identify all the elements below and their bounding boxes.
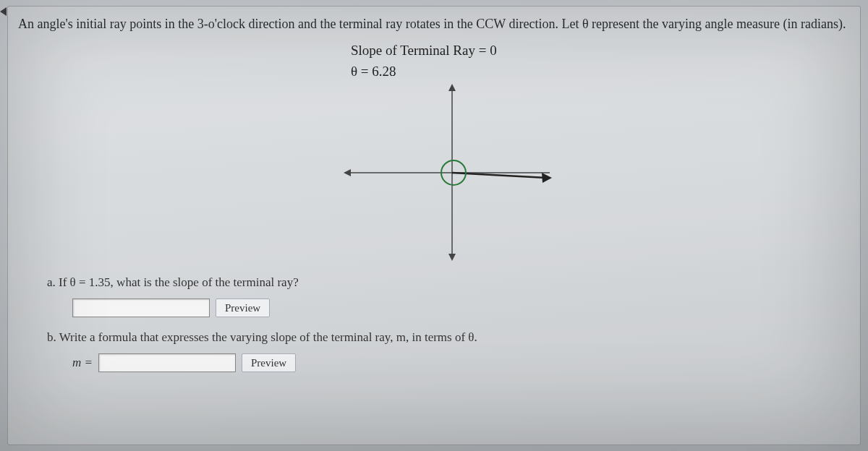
svg-marker-6 xyxy=(542,173,552,183)
svg-marker-4 xyxy=(344,169,351,176)
preview-button-b[interactable]: Preview xyxy=(242,353,296,372)
theta-label: θ = 6.28 xyxy=(351,61,497,82)
slope-label: Slope of Terminal Ray = 0 xyxy=(351,40,497,61)
answer-prefix-b: m = xyxy=(72,356,93,370)
diagram-area: Slope of Terminal Ray = 0 θ = 6.28 xyxy=(18,40,850,272)
answer-row-b: m = Preview xyxy=(72,353,850,372)
diagram-labels: Slope of Terminal Ray = 0 θ = 6.28 xyxy=(351,40,497,82)
svg-marker-3 xyxy=(448,254,456,261)
angle-diagram xyxy=(329,80,575,275)
questions-block: a. If θ = 1.35, what is the slope of the… xyxy=(18,275,850,372)
question-b-text: b. Write a formula that expresses the va… xyxy=(47,330,850,345)
problem-container: An angle's initial ray points in the 3-o… xyxy=(7,6,861,445)
left-caret-icon xyxy=(0,7,7,16)
answer-input-b[interactable] xyxy=(98,353,236,372)
question-a-text: a. If θ = 1.35, what is the slope of the… xyxy=(47,275,850,290)
answer-input-a[interactable] xyxy=(72,298,210,317)
preview-button-a[interactable]: Preview xyxy=(216,298,270,317)
problem-statement: An angle's initial ray points in the 3-o… xyxy=(18,15,850,33)
answer-row-a: Preview xyxy=(72,298,850,317)
svg-marker-2 xyxy=(448,84,456,91)
